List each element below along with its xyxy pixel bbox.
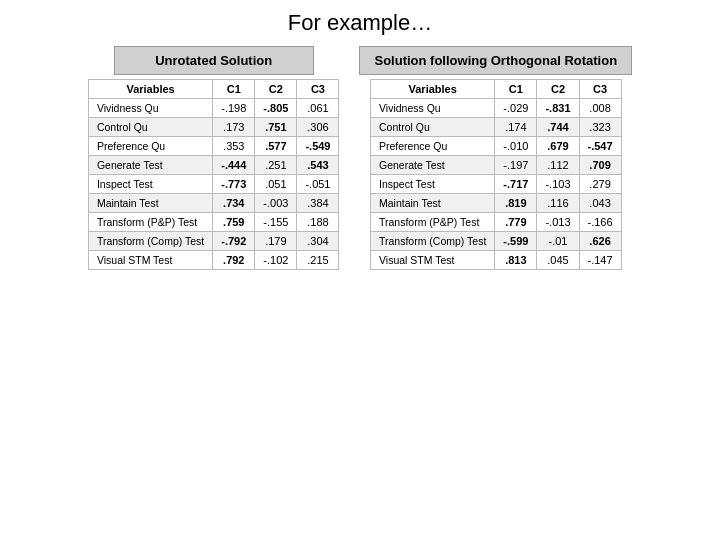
rotated-header-c2: C2 xyxy=(537,80,579,99)
table-cell: .061 xyxy=(297,99,339,118)
table-cell: .279 xyxy=(579,175,621,194)
table-cell: .813 xyxy=(495,251,537,270)
rotated-section: Solution following Orthogonal Rotation V… xyxy=(359,46,632,270)
table-cell: .043 xyxy=(579,194,621,213)
table-cell: .819 xyxy=(495,194,537,213)
table-cell: -.003 xyxy=(255,194,297,213)
table-cell: Control Qu xyxy=(88,118,212,137)
table-cell: .306 xyxy=(297,118,339,137)
table-cell: Maintain Test xyxy=(371,194,495,213)
table-cell: Inspect Test xyxy=(371,175,495,194)
table-cell: .384 xyxy=(297,194,339,213)
unrotated-header-c1: C1 xyxy=(213,80,255,99)
table-cell: -.197 xyxy=(495,156,537,175)
table-cell: -.547 xyxy=(579,137,621,156)
table-cell: Preference Qu xyxy=(88,137,212,156)
table-cell: -.198 xyxy=(213,99,255,118)
table-cell: Transform (P&P) Test xyxy=(371,213,495,232)
table-cell: .008 xyxy=(579,99,621,118)
tables-row: Unrotated Solution Variables C1 C2 C3 Vi… xyxy=(88,46,632,270)
unrotated-table: Variables C1 C2 C3 Vividness Qu-.198-.80… xyxy=(88,79,340,270)
table-cell: -.103 xyxy=(537,175,579,194)
page-title: For example… xyxy=(288,10,432,36)
unrotated-section: Unrotated Solution Variables C1 C2 C3 Vi… xyxy=(88,46,340,270)
table-cell: -.805 xyxy=(255,99,297,118)
table-cell: -.01 xyxy=(537,232,579,251)
table-cell: -.599 xyxy=(495,232,537,251)
table-cell: -.166 xyxy=(579,213,621,232)
rotated-table: Variables C1 C2 C3 Vividness Qu-.029-.83… xyxy=(370,79,622,270)
table-cell: .051 xyxy=(255,175,297,194)
table-cell: .173 xyxy=(213,118,255,137)
table-cell: .112 xyxy=(537,156,579,175)
table-cell: .174 xyxy=(495,118,537,137)
table-cell: -.831 xyxy=(537,99,579,118)
rotated-header-c1: C1 xyxy=(495,80,537,99)
table-cell: .759 xyxy=(213,213,255,232)
table-cell: .709 xyxy=(579,156,621,175)
table-cell: -.773 xyxy=(213,175,255,194)
table-cell: Transform (Comp) Test xyxy=(371,232,495,251)
table-cell: .353 xyxy=(213,137,255,156)
table-cell: .188 xyxy=(297,213,339,232)
rotated-title: Solution following Orthogonal Rotation xyxy=(359,46,632,75)
table-cell: Preference Qu xyxy=(371,137,495,156)
table-cell: .116 xyxy=(537,194,579,213)
table-cell: -.102 xyxy=(255,251,297,270)
table-cell: Generate Test xyxy=(88,156,212,175)
table-cell: .734 xyxy=(213,194,255,213)
table-cell: .679 xyxy=(537,137,579,156)
table-cell: Vividness Qu xyxy=(371,99,495,118)
table-cell: .251 xyxy=(255,156,297,175)
table-cell: .779 xyxy=(495,213,537,232)
table-cell: .323 xyxy=(579,118,621,137)
rotated-header-var: Variables xyxy=(371,80,495,99)
unrotated-header-c2: C2 xyxy=(255,80,297,99)
table-cell: .215 xyxy=(297,251,339,270)
table-cell: -.010 xyxy=(495,137,537,156)
table-cell: -.013 xyxy=(537,213,579,232)
table-cell: Vividness Qu xyxy=(88,99,212,118)
table-cell: .744 xyxy=(537,118,579,137)
table-cell: -.549 xyxy=(297,137,339,156)
table-cell: .626 xyxy=(579,232,621,251)
table-cell: -.155 xyxy=(255,213,297,232)
table-cell: Generate Test xyxy=(371,156,495,175)
table-cell: -.717 xyxy=(495,175,537,194)
table-cell: .751 xyxy=(255,118,297,137)
table-cell: .543 xyxy=(297,156,339,175)
unrotated-header-c3: C3 xyxy=(297,80,339,99)
page: For example… Unrotated Solution Variable… xyxy=(0,0,720,540)
unrotated-title: Unrotated Solution xyxy=(114,46,314,75)
table-cell: -.051 xyxy=(297,175,339,194)
table-cell: -.029 xyxy=(495,99,537,118)
table-cell: Transform (Comp) Test xyxy=(88,232,212,251)
table-cell: Control Qu xyxy=(371,118,495,137)
table-cell: -.444 xyxy=(213,156,255,175)
table-cell: Inspect Test xyxy=(88,175,212,194)
table-cell: .179 xyxy=(255,232,297,251)
table-cell: -.792 xyxy=(213,232,255,251)
table-cell: .792 xyxy=(213,251,255,270)
rotated-header-c3: C3 xyxy=(579,80,621,99)
table-cell: Maintain Test xyxy=(88,194,212,213)
table-cell: .304 xyxy=(297,232,339,251)
table-cell: .577 xyxy=(255,137,297,156)
table-cell: .045 xyxy=(537,251,579,270)
table-cell: Visual STM Test xyxy=(88,251,212,270)
table-cell: Transform (P&P) Test xyxy=(88,213,212,232)
unrotated-header-var: Variables xyxy=(88,80,212,99)
table-cell: -.147 xyxy=(579,251,621,270)
table-cell: Visual STM Test xyxy=(371,251,495,270)
